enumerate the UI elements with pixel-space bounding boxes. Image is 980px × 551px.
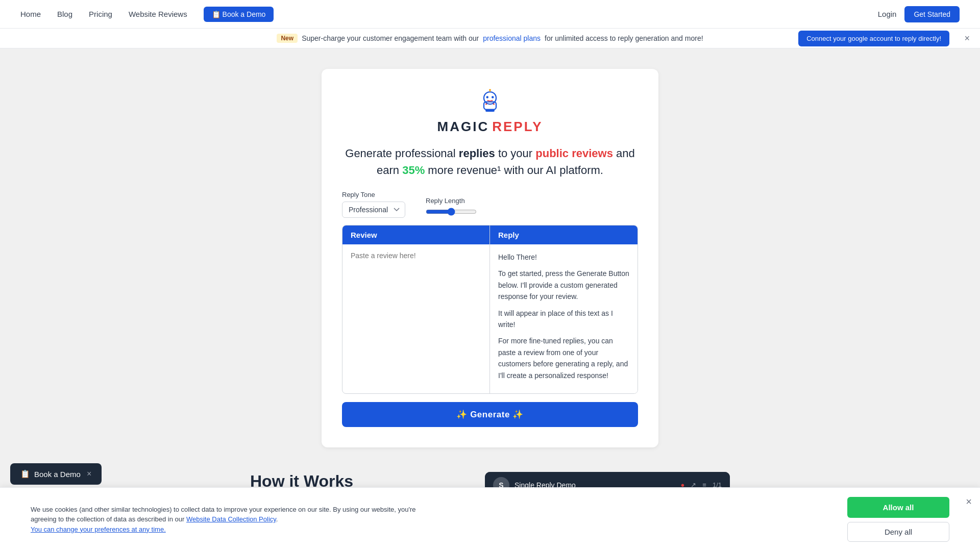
nav-links: Home Blog Pricing Website Reviews 📋 Book… [20,7,274,22]
announcement-link[interactable]: professional plans [483,34,541,42]
magic-reply-logo-icon [475,87,505,118]
reply-panel: Reply Hello There! To get started, press… [490,226,638,393]
headline-public-reviews: public reviews [535,147,613,160]
main-card: MAGIC REPLY Generate professional replie… [322,69,658,447]
headline: Generate professional replies to your pu… [342,145,638,179]
headline-line2-after: more revenue¹ with our AI platform. [425,164,603,177]
cookie-close-button[interactable]: × [966,496,972,508]
logo-area: MAGIC REPLY [342,87,638,135]
bottom-book-demo-button[interactable]: 📋 Book a Demo × [10,463,102,485]
deny-all-button[interactable]: Deny all [847,522,949,542]
reply-line-0: Hello There! [498,252,629,263]
cookie-banner: We use cookies (and other similar techno… [0,487,980,551]
bottom-demo-label: Book a Demo [34,470,81,479]
review-panel-header: Review [342,226,489,244]
reply-panel-header: Reply [490,226,638,244]
headline-after: and [613,147,635,160]
bottom-demo-close-icon[interactable]: × [85,469,91,479]
headline-mid: to your [495,147,535,160]
review-panel-body [342,244,489,342]
reply-line-3: For more fine-tuned replies, you can pas… [498,335,629,381]
headline-line2-before: earn [377,164,402,177]
tone-select[interactable]: Professional Friendly Formal Casual [342,202,405,218]
cookie-change-link[interactable]: You can change your preferences at any t… [31,525,166,533]
review-panel: Review [342,226,490,393]
bottom-demo-icon: 📋 [20,469,30,479]
reply-tone-group: Reply Tone Professional Friendly Formal … [342,191,405,218]
nav-home[interactable]: Home [20,10,41,18]
length-slider[interactable] [426,208,477,216]
logo-magic: MAGIC [437,119,489,135]
nav-website-reviews[interactable]: Website Reviews [129,10,187,18]
headline-before: Generate professional [345,147,459,160]
nav-right: Login Get Started [878,6,960,22]
connect-google-button[interactable]: Connect your google account to reply dir… [798,31,949,46]
headline-percent: 35% [402,164,425,177]
controls-row: Reply Tone Professional Friendly Formal … [342,191,638,218]
reply-length-group: Reply Length [426,197,477,218]
svg-point-2 [486,96,489,98]
close-announcement-button[interactable]: × [964,33,970,44]
nav-get-started-button[interactable]: Get Started [904,6,960,22]
nav-book-demo-button[interactable]: 📋 Book a Demo [204,7,274,22]
headline-replies: replies [459,147,495,160]
allow-all-button[interactable]: Allow all [847,497,949,518]
cookie-policy-link[interactable]: Website Data Collection Policy [186,515,276,523]
svg-point-7 [485,104,487,105]
reply-panel-body: Hello There! To get started, press the G… [490,244,638,393]
new-badge: New [277,34,298,43]
review-textarea[interactable] [351,252,481,333]
svg-point-8 [493,104,495,105]
cookie-buttons: Allow all Deny all [847,497,949,542]
svg-point-5 [489,89,491,91]
cookie-text: We use cookies (and other similar techno… [31,505,429,535]
reply-line-2: It will appear in place of this text as … [498,308,629,331]
reply-tone-label: Reply Tone [342,191,405,198]
review-reply-grid: Review Reply Hello There! To get started… [342,225,638,394]
announcement-text-before: Super-charge your customer engagement te… [302,34,479,42]
svg-point-3 [492,96,494,98]
announcement-bar: New Super-charge your customer engagemen… [0,29,980,48]
generate-button[interactable]: ✨ Generate ✨ [342,402,638,427]
announcement-text-after: for unlimited access to reply generation… [545,34,703,42]
nav-pricing[interactable]: Pricing [89,10,112,18]
nav-login-link[interactable]: Login [878,10,897,18]
main-background: MAGIC REPLY Generate professional replie… [0,48,980,551]
nav-blog[interactable]: Blog [57,10,72,18]
reply-line-1: To get started, press the Generate Butto… [498,268,629,302]
navbar: Home Blog Pricing Website Reviews 📋 Book… [0,0,980,29]
logo-text: MAGIC REPLY [437,119,543,135]
logo-reply: REPLY [492,119,543,135]
cookie-text-after: . [276,515,278,523]
reply-length-label: Reply Length [426,197,477,205]
bottom-demo-bar: 📋 Book a Demo × [10,463,102,485]
svg-rect-6 [485,110,495,112]
